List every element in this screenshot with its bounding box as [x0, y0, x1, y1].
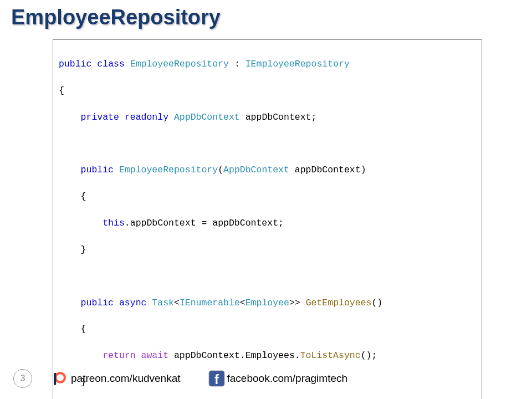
- typename: IEnumerable: [180, 298, 240, 308]
- kw: public: [81, 298, 114, 308]
- paren: (: [218, 165, 223, 175]
- kw: public: [59, 59, 91, 69]
- kw: public: [81, 165, 114, 175]
- expr: ();: [361, 350, 377, 361]
- punc: <: [174, 298, 180, 308]
- ident: appDbContext;: [245, 112, 317, 122]
- kw: await: [141, 350, 169, 361]
- punc: :: [229, 59, 245, 69]
- kw: readonly: [125, 112, 168, 122]
- brace: {: [81, 324, 86, 334]
- pname: appDbContext): [295, 165, 366, 175]
- typename: Task: [152, 298, 174, 308]
- facebook-icon: f: [208, 370, 225, 387]
- svg-rect-1: [54, 373, 56, 385]
- page-number: 3: [13, 369, 32, 388]
- facebook-text: facebook.com/pragimtech: [227, 372, 348, 385]
- expr: .appDbContext = appDbContext;: [125, 218, 284, 228]
- patreon-link: patreon.com/kudvenkat: [51, 370, 181, 387]
- code-block: public class EmployeeRepository : IEmplo…: [53, 39, 482, 399]
- svg-point-0: [55, 373, 65, 382]
- typename: EmployeeRepository: [130, 59, 229, 69]
- patreon-icon: [51, 370, 68, 387]
- typename: Employee: [245, 298, 289, 308]
- ctor: EmployeeRepository: [119, 165, 218, 175]
- brace: {: [81, 191, 86, 202]
- kw: async: [119, 298, 147, 308]
- method: GetEmployees: [300, 298, 372, 308]
- footer: 3 patreon.com/kudvenkat f facebook.com/p…: [0, 369, 532, 388]
- svg-text:f: f: [214, 372, 219, 387]
- kw: class: [97, 59, 125, 69]
- expr: appDbContext.Employees.: [168, 350, 300, 361]
- brace: }: [81, 244, 86, 255]
- kw: return: [103, 350, 135, 361]
- paren: (): [371, 298, 382, 308]
- kw: private: [81, 112, 119, 122]
- punc: >>: [289, 298, 300, 308]
- typename: AppDbContext: [174, 112, 240, 122]
- method: ToListAsync: [300, 350, 361, 361]
- punc: <: [240, 298, 245, 308]
- ptype: AppDbContext: [223, 165, 289, 175]
- kw: this: [103, 218, 125, 228]
- patreon-text: patreon.com/kudvenkat: [71, 372, 181, 385]
- page-title: EmployeeRepository: [0, 0, 532, 34]
- facebook-link: f facebook.com/pragimtech: [208, 370, 348, 387]
- brace: {: [59, 85, 64, 96]
- iface: IEmployeeRepository: [245, 59, 350, 69]
